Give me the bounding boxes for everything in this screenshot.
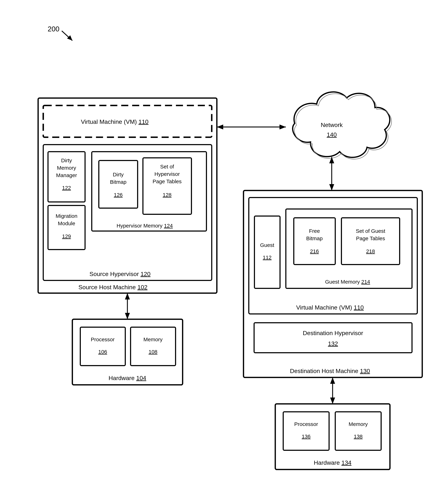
svg-text:106: 106 <box>98 349 107 355</box>
svg-text:Migration: Migration <box>56 213 77 219</box>
svg-rect-54 <box>286 209 412 288</box>
svg-text:Set of Guest: Set of Guest <box>356 228 385 234</box>
svg-text:Dirty: Dirty <box>61 157 72 163</box>
svg-text:Network: Network <box>321 122 343 128</box>
svg-text:140: 140 <box>327 131 337 138</box>
svg-rect-64 <box>254 323 412 353</box>
svg-rect-33 <box>130 327 176 366</box>
svg-rect-69 <box>283 412 329 450</box>
svg-text:136: 136 <box>302 434 311 439</box>
svg-text:Dirty: Dirty <box>113 172 124 177</box>
svg-marker-42 <box>217 125 223 129</box>
svg-text:Page Tables: Page Tables <box>153 178 182 184</box>
svg-text:Memory: Memory <box>144 337 162 342</box>
svg-text:Virtual Machine (VM) 110: Virtual Machine (VM) 110 <box>296 304 364 311</box>
svg-marker-77 <box>330 398 335 404</box>
svg-text:216: 216 <box>310 248 319 254</box>
svg-text:Hypervisor: Hypervisor <box>154 171 180 177</box>
diagram-root: 200 Source Host Machine 102 Virtual Mach… <box>0 0 448 500</box>
svg-text:Destination Hypervisor: Destination Hypervisor <box>303 330 363 336</box>
svg-marker-76 <box>330 377 335 384</box>
svg-text:Source Hypervisor 120: Source Hypervisor 120 <box>89 271 150 277</box>
svg-text:126: 126 <box>114 192 123 198</box>
svg-marker-46 <box>329 184 334 190</box>
svg-text:Page Tables: Page Tables <box>356 235 385 241</box>
network-cloud: Network 140 <box>293 92 392 159</box>
svg-rect-2 <box>38 98 217 293</box>
svg-text:Processor: Processor <box>294 421 318 427</box>
svg-text:Hypervisor Memory 124: Hypervisor Memory 124 <box>117 223 173 229</box>
svg-text:Guest Memory 214: Guest Memory 214 <box>325 279 370 285</box>
svg-rect-17 <box>92 152 207 231</box>
svg-rect-51 <box>255 216 280 288</box>
svg-text:Set of: Set of <box>160 164 174 170</box>
svg-text:Bitmap: Bitmap <box>306 235 322 241</box>
svg-rect-30 <box>80 327 125 366</box>
svg-marker-37 <box>125 293 130 299</box>
svg-text:Bitmap: Bitmap <box>110 179 126 185</box>
svg-text:Manager: Manager <box>56 172 77 178</box>
svg-marker-38 <box>125 313 130 319</box>
svg-text:112: 112 <box>263 254 272 260</box>
svg-text:Free: Free <box>309 228 320 234</box>
figure-label: 200 <box>48 25 60 33</box>
svg-text:Guest: Guest <box>260 242 274 248</box>
svg-text:Virtual Machine (VM) 110: Virtual Machine (VM) 110 <box>81 118 149 125</box>
svg-text:Processor: Processor <box>91 337 114 342</box>
svg-marker-43 <box>279 125 286 129</box>
svg-text:218: 218 <box>366 248 375 254</box>
svg-text:122: 122 <box>62 185 71 191</box>
svg-text:132: 132 <box>328 340 338 347</box>
svg-rect-13 <box>48 205 85 250</box>
svg-text:Module: Module <box>58 220 75 226</box>
svg-rect-72 <box>335 412 381 450</box>
svg-text:Memory: Memory <box>57 165 76 171</box>
svg-text:108: 108 <box>149 349 157 355</box>
svg-text:Source Host Machine 102: Source Host Machine 102 <box>78 284 147 290</box>
svg-text:Destination Host Machine 130: Destination Host Machine 130 <box>290 368 370 374</box>
svg-text:138: 138 <box>354 434 363 439</box>
svg-text:Hardware 104: Hardware 104 <box>109 375 146 381</box>
svg-text:129: 129 <box>62 233 71 239</box>
svg-rect-49 <box>249 198 417 314</box>
svg-text:Hardware 134: Hardware 134 <box>314 459 352 466</box>
svg-text:Memory: Memory <box>349 421 368 427</box>
svg-text:128: 128 <box>163 192 172 198</box>
